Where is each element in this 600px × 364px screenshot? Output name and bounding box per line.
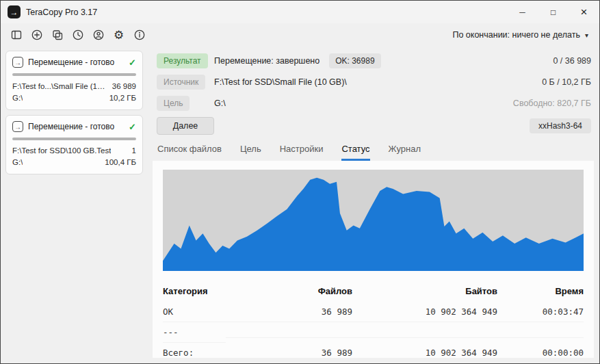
window-body: → Перемещение - готово ✓ F:\Test fo...\S… xyxy=(1,47,599,363)
target-row: Цель G:\ Свободно: 820,7 ГБ xyxy=(157,96,591,111)
task-source-path: F:\Test fo...\Small File (10 GB)\ xyxy=(12,81,107,92)
plus-circle-icon xyxy=(31,29,43,41)
task-size: 10,2 ГБ xyxy=(109,92,136,104)
task-source-path: F:\Test for SSD\100 GB.Test xyxy=(12,145,111,157)
stats-cell: --- xyxy=(163,322,226,343)
task-target-path: G:\ xyxy=(12,157,23,168)
task-source-row: F:\Test for SSD\100 GB.Test 1 xyxy=(12,145,136,157)
app-icon: → xyxy=(8,5,21,18)
task-sidebar: → Перемещение - готово ✓ F:\Test fo...\S… xyxy=(1,47,146,363)
window-controls: ─ □ × xyxy=(507,1,599,23)
stats-header: Время xyxy=(497,282,584,302)
status-panel: Категория Файлов Байтов Время OK 36 989 … xyxy=(153,161,594,358)
titlebar: → TeraCopy Pro 3.17 ─ □ × xyxy=(1,1,599,23)
main-panel: Результат Перемещение: завершено OK: 369… xyxy=(146,47,599,363)
source-row: Источник F:\Test for SSD\Small File (10 … xyxy=(157,75,591,90)
copy-button[interactable] xyxy=(48,26,66,44)
task-title: Перемещение - готово xyxy=(28,57,114,67)
source-pill-button[interactable]: Источник xyxy=(157,75,205,90)
speed-area xyxy=(163,178,584,271)
result-pill-button[interactable]: Результат xyxy=(157,53,208,68)
task-title: Перемещение - готово xyxy=(28,122,114,131)
stats-cell xyxy=(226,328,352,338)
task-target-row: G:\ 100,4 ГБ xyxy=(12,157,136,168)
tab-settings[interactable]: Настройки xyxy=(280,144,324,161)
table-row: OK 36 989 10 902 364 949 00:03:47 xyxy=(163,302,584,322)
stats-cell: 36 989 xyxy=(226,302,352,322)
check-icon: ✓ xyxy=(129,57,136,68)
tab-log[interactable]: Журнал xyxy=(389,144,421,161)
task-card[interactable]: → Перемещение - готово ✓ F:\Test for SSD… xyxy=(5,115,143,174)
clock-history-icon xyxy=(72,29,84,41)
stats-cell: OK xyxy=(163,302,226,322)
stats-header-row: Категория Файлов Байтов Время xyxy=(163,282,584,302)
table-row: Всего: 36 989 10 902 364 949 00:00:00 xyxy=(163,343,584,363)
speed-chart-svg xyxy=(163,170,584,271)
target-path-text: G:\ xyxy=(214,99,226,108)
remaining-count: 0 / 36 989 xyxy=(546,56,591,66)
tab-bar: Список файлов Цель Настройки Статус Журн… xyxy=(153,139,594,161)
speed-chart xyxy=(163,170,584,271)
next-button[interactable]: Далее xyxy=(157,117,214,135)
stats-cell: 36 989 xyxy=(226,343,352,363)
bytes-progress: 0 Б / 10,2 ГБ xyxy=(535,77,591,87)
stats-cell: 10 902 364 949 xyxy=(352,302,497,322)
on-finish-dropdown[interactable]: По окончании: ничего не делать ▾ xyxy=(452,30,588,40)
task-progress-bar xyxy=(12,138,136,140)
stats-cell: 00:00:00 xyxy=(497,343,584,363)
on-finish-label: По окончании: ничего не делать xyxy=(452,30,580,40)
about-button[interactable] xyxy=(130,26,148,44)
task-file-count: 36 989 xyxy=(112,81,136,92)
app-logo-arrow-icon: → xyxy=(10,8,18,17)
close-button[interactable]: × xyxy=(569,1,599,23)
copy-icon xyxy=(51,29,64,41)
hash-algorithm-button[interactable]: xxHash3-64 xyxy=(530,118,591,133)
task-target-row: G:\ 10,2 ГБ xyxy=(12,92,136,104)
maximize-button[interactable]: □ xyxy=(538,1,569,23)
history-button[interactable] xyxy=(68,26,87,44)
result-row: Результат Перемещение: завершено OK: 369… xyxy=(157,53,591,68)
task-progress-bar xyxy=(12,73,136,76)
free-space-text: Свободно: 820,7 ГБ xyxy=(506,99,591,108)
stats-cell xyxy=(352,328,497,338)
task-source-row: F:\Test fo...\Small File (10 GB)\ 36 989 xyxy=(12,81,136,92)
toggle-sidebar-button[interactable] xyxy=(7,26,25,44)
toolbar: ⚙ По окончании: ничего не делать ▾ xyxy=(1,23,599,47)
table-row: --- xyxy=(163,322,584,343)
user-icon xyxy=(92,29,105,41)
actions-row: Далее xxHash3-64 xyxy=(157,117,591,135)
target-pill-button[interactable]: Цель xyxy=(157,96,190,111)
teracopy-window: → TeraCopy Pro 3.17 ─ □ × xyxy=(0,0,600,364)
window-title: TeraCopy Pro 3.17 xyxy=(26,8,97,17)
account-button[interactable] xyxy=(89,26,107,44)
tab-status[interactable]: Статус xyxy=(341,144,369,161)
info-icon xyxy=(133,29,146,41)
arrow-right-icon: → xyxy=(14,123,21,131)
minimize-button[interactable]: ─ xyxy=(507,1,538,23)
stats-table: Категория Файлов Байтов Время OK 36 989 … xyxy=(163,282,584,363)
move-task-icon: → xyxy=(12,121,23,132)
sidebar-panel-icon xyxy=(10,29,23,41)
stats-header: Файлов xyxy=(226,282,352,302)
add-task-button[interactable] xyxy=(27,26,46,44)
source-path-text: F:\Test for SSD\Small File (10 GB)\ xyxy=(214,77,347,87)
tab-file-list[interactable]: Список файлов xyxy=(157,144,222,161)
check-icon: ✓ xyxy=(129,122,136,132)
ok-count-badge[interactable]: OK: 36989 xyxy=(329,53,380,68)
result-status-text: Перемещение: завершено xyxy=(214,56,319,66)
chevron-down-icon: ▾ xyxy=(585,31,588,39)
stats-cell xyxy=(497,328,584,338)
task-size: 100,4 ГБ xyxy=(105,157,136,168)
task-target-path: G:\ xyxy=(12,92,23,104)
task-file-count: 1 xyxy=(132,145,136,157)
gear-icon: ⚙ xyxy=(114,29,124,41)
arrow-right-icon: → xyxy=(14,59,21,66)
stats-cell: Всего: xyxy=(163,343,226,363)
stats-cell: 00:03:47 xyxy=(497,302,584,322)
tab-target[interactable]: Цель xyxy=(240,144,261,161)
stats-cell: 10 902 364 949 xyxy=(352,343,497,363)
stats-header: Байтов xyxy=(352,282,497,302)
move-task-icon: → xyxy=(12,57,23,68)
task-card[interactable]: → Перемещение - готово ✓ F:\Test fo...\S… xyxy=(5,51,143,110)
settings-button[interactable]: ⚙ xyxy=(109,26,128,44)
